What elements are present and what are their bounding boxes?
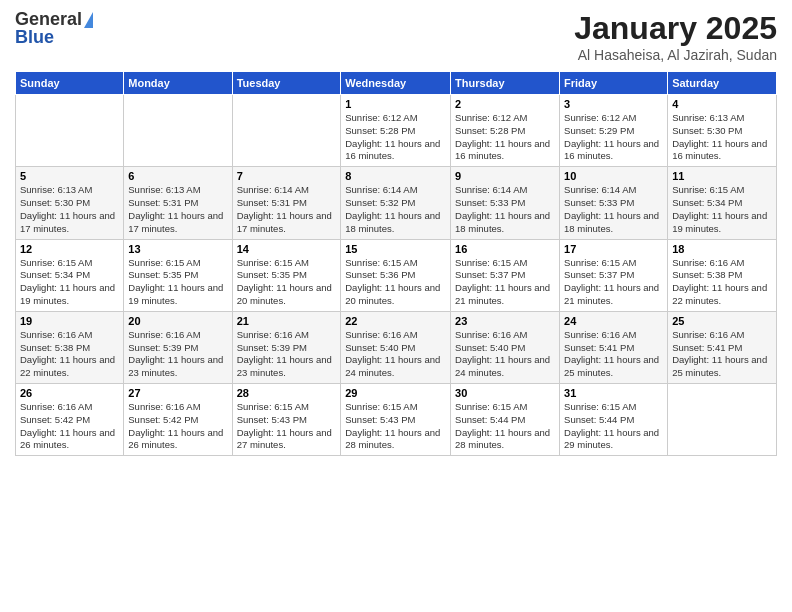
logo-blue-text: Blue (15, 28, 54, 48)
day-number: 24 (564, 315, 663, 327)
calendar-cell: 24Sunrise: 6:16 AMSunset: 5:41 PMDayligh… (560, 311, 668, 383)
day-info: Sunrise: 6:13 AMSunset: 5:30 PMDaylight:… (20, 184, 119, 235)
day-number: 7 (237, 170, 337, 182)
col-header-monday: Monday (124, 72, 232, 95)
day-number: 13 (128, 243, 227, 255)
day-number: 31 (564, 387, 663, 399)
calendar-cell: 19Sunrise: 6:16 AMSunset: 5:38 PMDayligh… (16, 311, 124, 383)
calendar-cell: 28Sunrise: 6:15 AMSunset: 5:43 PMDayligh… (232, 384, 341, 456)
calendar-cell: 6Sunrise: 6:13 AMSunset: 5:31 PMDaylight… (124, 167, 232, 239)
calendar-cell: 12Sunrise: 6:15 AMSunset: 5:34 PMDayligh… (16, 239, 124, 311)
calendar-table: SundayMondayTuesdayWednesdayThursdayFrid… (15, 71, 777, 456)
calendar-cell (668, 384, 777, 456)
day-info: Sunrise: 6:16 AMSunset: 5:42 PMDaylight:… (128, 401, 227, 452)
header: General Blue January 2025 Al Hasaheisa, … (15, 10, 777, 63)
day-number: 10 (564, 170, 663, 182)
day-number: 28 (237, 387, 337, 399)
day-info: Sunrise: 6:13 AMSunset: 5:31 PMDaylight:… (128, 184, 227, 235)
title-area: January 2025 Al Hasaheisa, Al Jazirah, S… (574, 10, 777, 63)
day-info: Sunrise: 6:16 AMSunset: 5:38 PMDaylight:… (672, 257, 772, 308)
calendar-cell: 8Sunrise: 6:14 AMSunset: 5:32 PMDaylight… (341, 167, 451, 239)
day-info: Sunrise: 6:16 AMSunset: 5:40 PMDaylight:… (455, 329, 555, 380)
calendar-cell: 27Sunrise: 6:16 AMSunset: 5:42 PMDayligh… (124, 384, 232, 456)
day-info: Sunrise: 6:14 AMSunset: 5:31 PMDaylight:… (237, 184, 337, 235)
day-info: Sunrise: 6:12 AMSunset: 5:29 PMDaylight:… (564, 112, 663, 163)
calendar-cell: 17Sunrise: 6:15 AMSunset: 5:37 PMDayligh… (560, 239, 668, 311)
calendar-cell: 10Sunrise: 6:14 AMSunset: 5:33 PMDayligh… (560, 167, 668, 239)
col-header-tuesday: Tuesday (232, 72, 341, 95)
day-number: 4 (672, 98, 772, 110)
day-number: 5 (20, 170, 119, 182)
calendar-cell: 20Sunrise: 6:16 AMSunset: 5:39 PMDayligh… (124, 311, 232, 383)
calendar-week-row: 12Sunrise: 6:15 AMSunset: 5:34 PMDayligh… (16, 239, 777, 311)
calendar-header-row: SundayMondayTuesdayWednesdayThursdayFrid… (16, 72, 777, 95)
day-number: 9 (455, 170, 555, 182)
day-info: Sunrise: 6:15 AMSunset: 5:43 PMDaylight:… (237, 401, 337, 452)
day-info: Sunrise: 6:14 AMSunset: 5:33 PMDaylight:… (564, 184, 663, 235)
calendar-cell: 15Sunrise: 6:15 AMSunset: 5:36 PMDayligh… (341, 239, 451, 311)
day-info: Sunrise: 6:14 AMSunset: 5:33 PMDaylight:… (455, 184, 555, 235)
day-info: Sunrise: 6:16 AMSunset: 5:41 PMDaylight:… (672, 329, 772, 380)
day-info: Sunrise: 6:12 AMSunset: 5:28 PMDaylight:… (345, 112, 446, 163)
calendar-cell: 2Sunrise: 6:12 AMSunset: 5:28 PMDaylight… (451, 95, 560, 167)
day-info: Sunrise: 6:15 AMSunset: 5:43 PMDaylight:… (345, 401, 446, 452)
calendar-cell: 9Sunrise: 6:14 AMSunset: 5:33 PMDaylight… (451, 167, 560, 239)
day-number: 15 (345, 243, 446, 255)
calendar-cell: 5Sunrise: 6:13 AMSunset: 5:30 PMDaylight… (16, 167, 124, 239)
day-info: Sunrise: 6:16 AMSunset: 5:39 PMDaylight:… (128, 329, 227, 380)
calendar-cell: 31Sunrise: 6:15 AMSunset: 5:44 PMDayligh… (560, 384, 668, 456)
calendar-cell: 22Sunrise: 6:16 AMSunset: 5:40 PMDayligh… (341, 311, 451, 383)
day-number: 1 (345, 98, 446, 110)
calendar-cell (232, 95, 341, 167)
day-number: 6 (128, 170, 227, 182)
day-number: 19 (20, 315, 119, 327)
calendar-cell: 7Sunrise: 6:14 AMSunset: 5:31 PMDaylight… (232, 167, 341, 239)
day-info: Sunrise: 6:15 AMSunset: 5:36 PMDaylight:… (345, 257, 446, 308)
calendar-cell: 3Sunrise: 6:12 AMSunset: 5:29 PMDaylight… (560, 95, 668, 167)
day-number: 21 (237, 315, 337, 327)
day-number: 20 (128, 315, 227, 327)
day-number: 16 (455, 243, 555, 255)
day-info: Sunrise: 6:16 AMSunset: 5:41 PMDaylight:… (564, 329, 663, 380)
logo-triangle-icon (84, 12, 93, 28)
day-number: 2 (455, 98, 555, 110)
calendar-cell: 4Sunrise: 6:13 AMSunset: 5:30 PMDaylight… (668, 95, 777, 167)
calendar-week-row: 5Sunrise: 6:13 AMSunset: 5:30 PMDaylight… (16, 167, 777, 239)
day-info: Sunrise: 6:16 AMSunset: 5:42 PMDaylight:… (20, 401, 119, 452)
day-info: Sunrise: 6:16 AMSunset: 5:39 PMDaylight:… (237, 329, 337, 380)
day-info: Sunrise: 6:15 AMSunset: 5:34 PMDaylight:… (20, 257, 119, 308)
calendar-cell: 1Sunrise: 6:12 AMSunset: 5:28 PMDaylight… (341, 95, 451, 167)
col-header-sunday: Sunday (16, 72, 124, 95)
day-number: 3 (564, 98, 663, 110)
day-number: 17 (564, 243, 663, 255)
calendar-cell: 14Sunrise: 6:15 AMSunset: 5:35 PMDayligh… (232, 239, 341, 311)
calendar-week-row: 19Sunrise: 6:16 AMSunset: 5:38 PMDayligh… (16, 311, 777, 383)
calendar-cell: 25Sunrise: 6:16 AMSunset: 5:41 PMDayligh… (668, 311, 777, 383)
day-info: Sunrise: 6:15 AMSunset: 5:37 PMDaylight:… (455, 257, 555, 308)
calendar-cell: 18Sunrise: 6:16 AMSunset: 5:38 PMDayligh… (668, 239, 777, 311)
calendar-cell: 23Sunrise: 6:16 AMSunset: 5:40 PMDayligh… (451, 311, 560, 383)
day-info: Sunrise: 6:15 AMSunset: 5:34 PMDaylight:… (672, 184, 772, 235)
calendar-cell: 26Sunrise: 6:16 AMSunset: 5:42 PMDayligh… (16, 384, 124, 456)
day-number: 8 (345, 170, 446, 182)
day-number: 26 (20, 387, 119, 399)
day-info: Sunrise: 6:16 AMSunset: 5:38 PMDaylight:… (20, 329, 119, 380)
day-number: 30 (455, 387, 555, 399)
day-info: Sunrise: 6:13 AMSunset: 5:30 PMDaylight:… (672, 112, 772, 163)
location-subtitle: Al Hasaheisa, Al Jazirah, Sudan (574, 47, 777, 63)
page-container: General Blue January 2025 Al Hasaheisa, … (0, 0, 792, 466)
day-number: 14 (237, 243, 337, 255)
day-number: 18 (672, 243, 772, 255)
day-info: Sunrise: 6:15 AMSunset: 5:44 PMDaylight:… (455, 401, 555, 452)
calendar-cell: 13Sunrise: 6:15 AMSunset: 5:35 PMDayligh… (124, 239, 232, 311)
col-header-friday: Friday (560, 72, 668, 95)
day-info: Sunrise: 6:16 AMSunset: 5:40 PMDaylight:… (345, 329, 446, 380)
calendar-cell: 16Sunrise: 6:15 AMSunset: 5:37 PMDayligh… (451, 239, 560, 311)
calendar-cell (124, 95, 232, 167)
day-number: 23 (455, 315, 555, 327)
day-info: Sunrise: 6:15 AMSunset: 5:44 PMDaylight:… (564, 401, 663, 452)
day-number: 22 (345, 315, 446, 327)
calendar-cell: 21Sunrise: 6:16 AMSunset: 5:39 PMDayligh… (232, 311, 341, 383)
logo: General Blue (15, 10, 93, 48)
col-header-wednesday: Wednesday (341, 72, 451, 95)
